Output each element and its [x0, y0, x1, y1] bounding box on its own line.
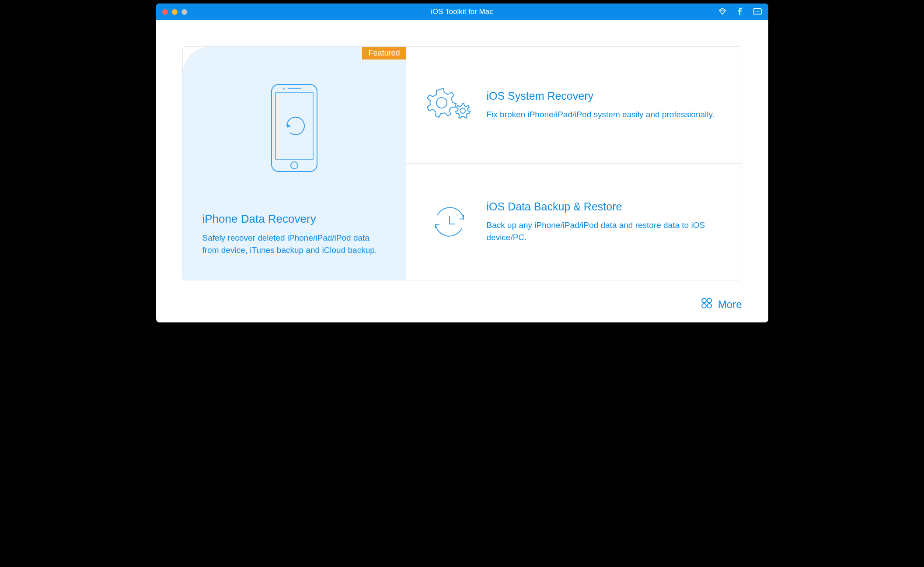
titlebar: iOS Toolkit for Mac: [156, 4, 768, 20]
backup-restore-icon: [421, 202, 478, 242]
svg-point-10: [460, 108, 465, 113]
grid-icon: [701, 297, 713, 312]
card-text: iOS System Recovery Fix broken iPhone/iP…: [478, 90, 724, 121]
card-description: Back up any iPhone/iPad/iPod data and re…: [487, 219, 724, 243]
gears-icon: [421, 84, 478, 126]
svg-point-1: [755, 11, 756, 12]
diamond-icon[interactable]: [718, 7, 727, 17]
app-window: iOS Toolkit for Mac Featured: [156, 4, 768, 322]
svg-point-2: [757, 11, 758, 12]
card-description: Safely recover deleted iPhone/iPad/iPod …: [202, 232, 386, 256]
content-area: Featured iPhone Data Recovery Safely rec…: [156, 20, 768, 289]
card-description: Fix broken iPhone/iPad/iPod system easil…: [487, 108, 724, 121]
window-title: iOS Toolkit for Mac: [156, 7, 768, 16]
more-button[interactable]: More: [701, 297, 742, 312]
card-ios-system-recovery[interactable]: iOS System Recovery Fix broken iPhone/iP…: [406, 47, 742, 163]
card-title: iPhone Data Recovery: [202, 212, 386, 226]
card-iphone-data-recovery[interactable]: Featured iPhone Data Recovery Safely rec…: [183, 47, 406, 280]
svg-point-14: [707, 304, 711, 308]
facebook-icon[interactable]: [735, 7, 745, 17]
card-title: iOS System Recovery: [487, 90, 724, 102]
svg-point-13: [702, 304, 706, 308]
svg-point-9: [436, 98, 447, 108]
window-controls: [162, 9, 187, 15]
phone-recovery-icon: [202, 64, 386, 191]
svg-point-3: [758, 11, 759, 12]
svg-point-12: [707, 298, 711, 303]
card-title: iOS Data Backup & Restore: [487, 200, 724, 213]
svg-point-11: [702, 298, 706, 303]
card-text: iOS Data Backup & Restore Back up any iP…: [478, 200, 724, 243]
minimize-button[interactable]: [172, 9, 178, 15]
svg-point-7: [283, 88, 285, 90]
cards-right-column: iOS System Recovery Fix broken iPhone/iP…: [406, 47, 742, 280]
footer: More: [156, 289, 768, 322]
featured-badge: Featured: [362, 47, 406, 60]
svg-rect-5: [275, 93, 313, 159]
card-ios-data-backup-restore[interactable]: iOS Data Backup & Restore Back up any iP…: [406, 163, 742, 280]
maximize-button[interactable]: [181, 9, 187, 15]
feedback-icon[interactable]: [753, 7, 762, 17]
titlebar-actions: [718, 7, 762, 17]
cards-container: Featured iPhone Data Recovery Safely rec…: [182, 46, 742, 280]
svg-point-8: [291, 162, 298, 169]
svg-rect-4: [272, 84, 317, 172]
close-button[interactable]: [162, 9, 168, 15]
more-label: More: [718, 298, 742, 311]
